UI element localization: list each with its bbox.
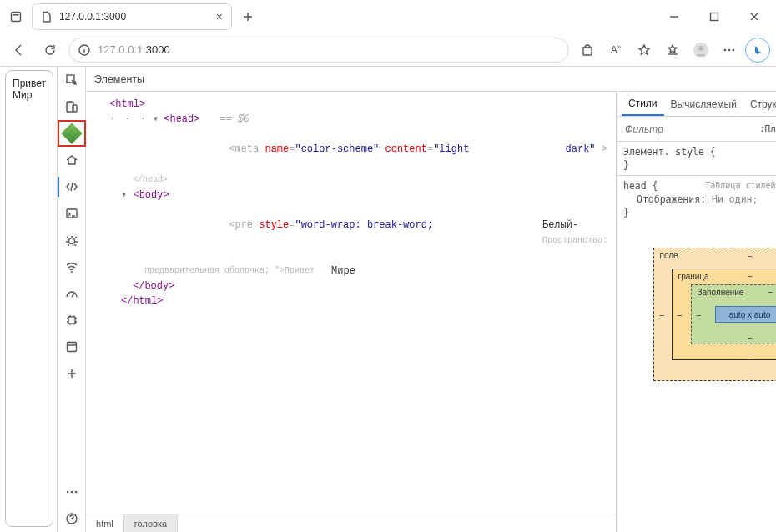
elements-tool[interactable] (58, 173, 86, 200)
star-list-icon (666, 43, 679, 57)
more-button[interactable] (716, 37, 743, 63)
tab-layout[interactable]: Структура (743, 92, 776, 116)
box-model: поле – – – – граница – – – – (617, 223, 776, 532)
dom-breadcrumb: html головка (86, 514, 616, 532)
maximize-button[interactable] (696, 4, 733, 29)
box-padding-label: Заполнение (697, 288, 743, 297)
help-tool[interactable] (58, 505, 86, 532)
inspect-tool[interactable] (58, 67, 86, 93)
favorites-button[interactable] (631, 37, 658, 63)
tab-list-button[interactable] (3, 4, 28, 29)
dom-tree[interactable]: <html> · · · ▾ <head> == $0 <meta name="… (86, 92, 616, 514)
dom-head-open: <head> (164, 112, 199, 127)
svg-rect-2 (711, 13, 718, 21)
dom-head-close: </head> (133, 175, 168, 184)
text-icon: A» (611, 43, 621, 56)
back-button[interactable] (5, 37, 32, 63)
svg-point-7 (728, 48, 731, 51)
gauge-icon (65, 287, 78, 300)
info-icon (78, 43, 91, 57)
browser-tab[interactable]: 127.0.0.1:3000 × (32, 3, 232, 30)
bing-chat-button[interactable] (744, 37, 771, 63)
console-icon (65, 207, 78, 220)
refresh-icon (43, 43, 57, 57)
devtools-panel-title: Элементы (94, 73, 144, 85)
device-tool[interactable] (58, 93, 86, 120)
hov-toggle[interactable]: :Плитой (756, 123, 776, 134)
box-dash: – (748, 271, 753, 280)
refresh-button[interactable] (37, 37, 63, 63)
home-icon (65, 153, 78, 167)
dom-selection-dots: · · · (109, 112, 148, 127)
network-tool[interactable] (58, 253, 86, 280)
svg-point-6 (724, 48, 727, 51)
elements-icon (65, 180, 78, 193)
more-tools[interactable] (58, 479, 86, 505)
box-dash: – (748, 251, 753, 260)
address-bar[interactable]: 127.0.0.1:3000 (68, 38, 569, 63)
bing-icon (745, 38, 770, 63)
welcome-tool[interactable] (58, 147, 86, 173)
box-dash: – (748, 349, 753, 358)
rule-prop-name: Отображения: (637, 193, 706, 205)
rule-selector: Элемент. style { (623, 146, 716, 158)
dom-head-row[interactable]: · · · ▾ <head> == $0 (98, 112, 616, 127)
app-icon (65, 340, 78, 354)
dom-text: "color-scheme" (295, 143, 379, 155)
url-path: :3000 (143, 43, 170, 56)
window-controls (656, 4, 773, 29)
add-tool[interactable] (58, 360, 86, 387)
breadcrumb-item-head[interactable]: головка (124, 514, 178, 532)
new-tab-button[interactable] (235, 4, 260, 29)
svg-point-5 (698, 46, 703, 51)
svg-point-19 (74, 491, 76, 493)
dom-text: Пространство: (542, 236, 607, 245)
dom-text: <meta (229, 143, 265, 155)
styles-pane: Стили Вычисляемый Структура ⌄ :Плитой .c… (616, 92, 776, 532)
avatar-icon (693, 42, 709, 58)
breadcrumb-item-html[interactable]: html (86, 514, 124, 532)
close-tab-icon[interactable]: × (216, 10, 223, 23)
device-icon (65, 100, 78, 113)
box-dash: – (659, 310, 664, 319)
dom-text: dark" (566, 143, 596, 155)
box-dash: – (768, 287, 773, 296)
collections-button[interactable] (659, 37, 686, 63)
application-tool[interactable] (58, 334, 86, 360)
svg-rect-15 (68, 317, 75, 324)
dom-text: style (259, 219, 289, 231)
style-rules[interactable]: Элемент. style { } head { Таблица стилей… (617, 142, 776, 223)
hov-label: :Плитой (759, 123, 776, 134)
shopping-button[interactable] (574, 37, 601, 63)
styles-filter-input[interactable] (620, 120, 756, 138)
box-margin-label: поле (659, 251, 678, 260)
box-border[interactable]: граница – – – – Заполнение – – – (672, 269, 776, 360)
minimize-button[interactable] (656, 4, 693, 29)
browser-tab-title: 127.0.0.1:3000 (59, 11, 209, 23)
read-aloud-button[interactable]: A» (602, 37, 629, 63)
bag-icon (581, 43, 594, 57)
tab-styles[interactable]: Стили (622, 92, 664, 116)
bc-label: головка (134, 519, 167, 529)
tab-computed[interactable]: Вычисляемый (664, 92, 743, 116)
close-window-button[interactable] (736, 4, 773, 29)
plus-icon (243, 12, 253, 22)
box-content[interactable]: auto x auto (715, 306, 776, 323)
svg-point-17 (66, 491, 68, 493)
debugger-tool[interactable] (58, 227, 86, 253)
3d-view-tool[interactable] (58, 120, 86, 147)
rule-prop-value: Ни один; (712, 193, 758, 205)
dom-text: "light (433, 143, 469, 155)
memory-tool[interactable] (58, 307, 86, 334)
box-dash: – (696, 310, 701, 319)
box-margin[interactable]: поле – – – – граница – – – – (653, 248, 776, 381)
svg-point-13 (68, 238, 74, 244)
performance-tool[interactable] (58, 280, 86, 307)
profile-button[interactable] (688, 37, 714, 63)
devtools-activity-bar (57, 67, 85, 532)
box-padding[interactable]: Заполнение – – – – auto x auto (691, 284, 776, 344)
page-body-text: Привет Мир (13, 78, 46, 101)
tab-label: Вычисляемый (671, 98, 737, 110)
console-tool[interactable] (58, 200, 86, 227)
star-plus-icon (637, 43, 651, 57)
